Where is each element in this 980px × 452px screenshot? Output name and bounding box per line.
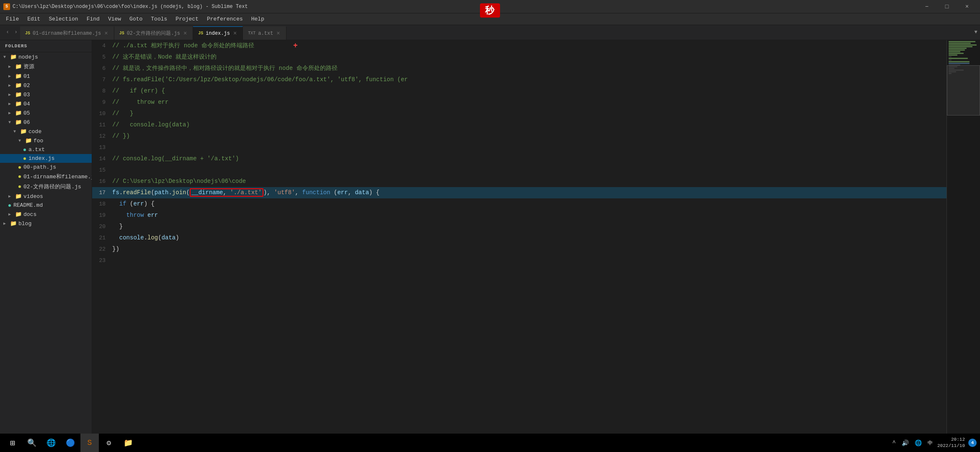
line-number-23: 23 bbox=[92, 255, 112, 266]
sidebar-item-02[interactable]: ▶ 📁 02 bbox=[0, 81, 92, 90]
line-number-5: 5 bbox=[92, 52, 112, 63]
menu-view[interactable]: View bbox=[104, 14, 125, 24]
menu-goto[interactable]: Goto bbox=[125, 14, 147, 24]
file-dot-01-dirname bbox=[18, 175, 21, 178]
line-number-13: 13 bbox=[92, 142, 112, 153]
taskbar-tray-volume[interactable]: 🔊 bbox=[900, 439, 910, 447]
taskbar-tray-network[interactable]: 🌐 bbox=[913, 439, 923, 447]
mini-line-11 bbox=[949, 58, 968, 59]
tab-index-js-close[interactable]: × bbox=[232, 31, 237, 36]
line-content-22: }) bbox=[112, 244, 946, 254]
folder-arrow-videos: ▶ bbox=[8, 194, 13, 199]
line-content-13 bbox=[112, 142, 946, 153]
line-number-16: 16 bbox=[92, 176, 112, 187]
folder-icon-nodejs: 📁 bbox=[10, 54, 17, 60]
file-label-00-path: 00-path.js bbox=[23, 164, 56, 170]
menu-tools[interactable]: Tools bbox=[147, 14, 171, 24]
sidebar-item-03[interactable]: ▶ 📁 03 bbox=[0, 90, 92, 99]
tab-02-filepath[interactable]: JS 02-文件路径的问题.js × bbox=[114, 26, 193, 40]
taskbar-tray-expand[interactable]: ^ bbox=[891, 439, 897, 446]
tab-a-txt[interactable]: TXT a.txt × bbox=[243, 26, 286, 40]
sidebar-item-index-js[interactable]: index.js bbox=[0, 154, 92, 163]
taskbar-icon-files[interactable]: 📁 bbox=[119, 434, 137, 452]
tab-a-txt-label: a.txt bbox=[258, 31, 273, 36]
folder-icon-videos: 📁 bbox=[15, 193, 22, 200]
taskbar-icon-settings[interactable]: ⚙ bbox=[100, 434, 118, 452]
minimap-slider[interactable] bbox=[947, 65, 980, 116]
tab-01-dirname[interactable]: JS 01-dirname和filename.js × bbox=[20, 26, 114, 40]
sidebar-item-00-path[interactable]: 00-path.js bbox=[0, 163, 92, 172]
line-number-9: 9 bbox=[92, 97, 112, 108]
mini-line-12 bbox=[949, 59, 952, 61]
sidebar-item-code[interactable]: ▼ 📁 code bbox=[0, 127, 92, 136]
taskbar-right: ^ 🔊 🌐 中 20:12 2022/11/10 4 bbox=[891, 437, 977, 449]
watermark-badge: 秒 bbox=[480, 3, 500, 18]
sidebar-item-blog[interactable]: ▶ 📁 blog bbox=[0, 219, 92, 228]
tab-nav-left[interactable]: ‹ bbox=[3, 25, 12, 40]
code-line-17[interactable]: 17 fs.readFile(path.join(__dirname, './a… bbox=[92, 187, 946, 198]
file-dot-readme bbox=[8, 204, 11, 207]
taskbar-notification-badge[interactable]: 4 bbox=[968, 439, 977, 447]
taskbar-icon-browser[interactable]: 🌐 bbox=[42, 434, 60, 452]
folder-icon-02: 📁 bbox=[15, 82, 22, 89]
taskbar-icon-search[interactable]: 🔍 bbox=[23, 434, 41, 452]
tab-nav-right[interactable]: › bbox=[12, 25, 20, 40]
folder-arrow-05: ▶ bbox=[8, 110, 13, 116]
menu-find[interactable]: Find bbox=[83, 14, 104, 24]
code-line-4: 4 // ./a.txt 相对于执行 node 命令所处的终端路径 bbox=[92, 40, 946, 51]
sidebar-item-a-txt[interactable]: a.txt bbox=[0, 145, 92, 154]
menu-selection[interactable]: Selection bbox=[44, 14, 82, 24]
start-button[interactable]: ⊞ bbox=[3, 434, 22, 452]
line-number-18: 18 bbox=[92, 199, 112, 210]
code-line-6: 6 // 就是说，文件操作路径中，相对路径设计的就是相对于执行 node 命令所… bbox=[92, 63, 946, 74]
folder-label-blog: blog bbox=[18, 221, 31, 227]
main-layout: FOLDERS ▼ 📁 nodejs ▶ 📁 资源 ▶ 📁 01 ▶ 📁 02 … bbox=[0, 40, 980, 439]
tab-index-js-label: index.js bbox=[206, 31, 230, 36]
sidebar-item-videos[interactable]: ▶ 📁 videos bbox=[0, 192, 92, 201]
menu-edit[interactable]: Edit bbox=[23, 14, 44, 24]
folder-icon-03: 📁 bbox=[15, 91, 22, 98]
mini-line-2 bbox=[949, 43, 971, 44]
taskbar-icon-sublime[interactable]: S bbox=[80, 434, 99, 452]
sidebar-item-06[interactable]: ▼ 📁 06 bbox=[0, 118, 92, 127]
sidebar-item-02-filepath[interactable]: 02-文件路径的问题.js bbox=[0, 182, 92, 192]
tab-02-filepath-close[interactable]: × bbox=[183, 31, 188, 36]
menu-file[interactable]: File bbox=[2, 14, 23, 24]
menu-bar: File Edit Selection Find View Goto Tools… bbox=[0, 13, 980, 25]
minimize-button[interactable]: − bbox=[917, 0, 936, 13]
sidebar-item-docs[interactable]: ▶ 📁 docs bbox=[0, 210, 92, 219]
line-number-8: 8 bbox=[92, 86, 112, 97]
sidebar-item-nodejs[interactable]: ▼ 📁 nodejs bbox=[0, 52, 92, 62]
taskbar-clock[interactable]: 20:12 2022/11/10 bbox=[937, 437, 965, 449]
sidebar-item-readme[interactable]: README.md bbox=[0, 201, 92, 210]
tab-01-dirname-close[interactable]: × bbox=[103, 31, 108, 36]
file-label-02-filepath: 02-文件路径的问题.js bbox=[23, 183, 81, 190]
folder-label-05: 05 bbox=[23, 110, 30, 116]
folder-label-01: 01 bbox=[23, 73, 30, 80]
taskbar-tray-ime[interactable]: 中 bbox=[926, 439, 934, 447]
menu-help[interactable]: Help bbox=[247, 14, 268, 24]
code-line-14: 14 // console.log(__dirname + '/a.txt') bbox=[92, 153, 946, 164]
title-text: C:\Users\lpz\Desktop\nodejs\06\code\foo\… bbox=[13, 4, 248, 10]
line-content-14: // console.log(__dirname + '/a.txt') bbox=[112, 153, 946, 164]
sidebar-item-01[interactable]: ▶ 📁 01 bbox=[0, 72, 92, 81]
sidebar-item-foo[interactable]: ▼ 📁 foo bbox=[0, 136, 92, 145]
taskbar-icon-browser2[interactable]: 🔵 bbox=[61, 434, 80, 452]
maximize-button[interactable]: □ bbox=[937, 0, 957, 13]
close-button[interactable]: × bbox=[957, 0, 977, 13]
folder-arrow-01: ▶ bbox=[8, 74, 13, 79]
menu-preferences[interactable]: Preferences bbox=[203, 14, 247, 24]
code-line-19: 19 throw err bbox=[92, 210, 946, 221]
folder-icon-01: 📁 bbox=[15, 73, 22, 80]
sidebar-item-resources[interactable]: ▶ 📁 资源 bbox=[0, 62, 92, 72]
tab-a-txt-close[interactable]: × bbox=[276, 31, 281, 36]
sidebar-item-05[interactable]: ▶ 📁 05 bbox=[0, 108, 92, 118]
code-editor[interactable]: 4 // ./a.txt 相对于执行 node 命令所处的终端路径 5 // 这… bbox=[92, 40, 946, 439]
tab-index-js[interactable]: JS index.js × bbox=[193, 26, 243, 40]
sidebar-item-04[interactable]: ▶ 📁 04 bbox=[0, 99, 92, 108]
folder-icon-blog: 📁 bbox=[10, 220, 17, 227]
line-number-11: 11 bbox=[92, 120, 112, 131]
tab-overflow-arrow[interactable]: ▼ bbox=[972, 25, 980, 40]
menu-project[interactable]: Project bbox=[171, 14, 203, 24]
sidebar-item-01-dirname[interactable]: 01-dirname和filename.js bbox=[0, 172, 92, 182]
